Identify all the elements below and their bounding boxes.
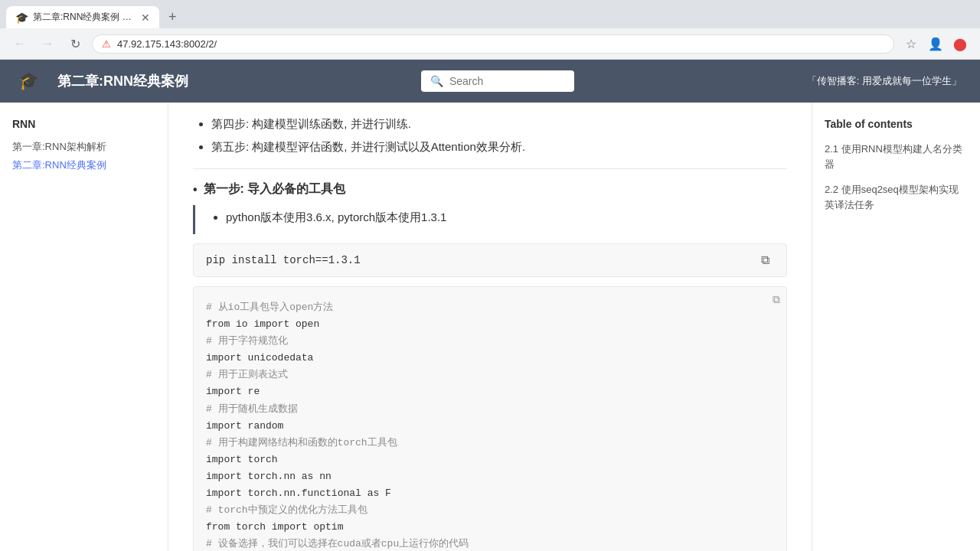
code-comment: # 用于正则表达式 xyxy=(206,369,288,380)
code-comment: # 用于构建网络结构和函数的torch工具包 xyxy=(206,437,397,448)
code-multi-block: ⧉ # 从io工具包导入open方法 from io import open #… xyxy=(193,286,787,551)
toc-item-1[interactable]: 2.1 使用RNN模型构建人名分类器 xyxy=(825,139,968,174)
search-input[interactable] xyxy=(449,75,541,87)
code-line: import torch.nn as nn xyxy=(206,468,774,485)
code-line: # 设备选择，我们可以选择在cuda或者cpu上运行你的代码 xyxy=(206,536,774,551)
copy-button[interactable]: ⧉ xyxy=(756,252,774,269)
back-button[interactable]: ← xyxy=(9,33,31,54)
code-text: import torch.nn as nn xyxy=(206,471,332,482)
page-layout: RNN 第一章:RNN架构解析 第二章:RNN经典案例 第四步: 构建模型训练函… xyxy=(0,103,980,551)
code-line: import random xyxy=(206,418,774,435)
section-divider xyxy=(193,168,787,169)
step1-sub-list: python版本使用3.6.x, pytorch版本使用1.3.1 xyxy=(207,208,787,227)
code-line: # 用于正则表达式 xyxy=(206,367,774,383)
tab-favicon: 🎓 xyxy=(15,11,28,24)
tab-bar: 🎓 第二章:RNN经典案例 - RNN ✕ + xyxy=(0,0,980,28)
code-single-text: pip install torch==1.3.1 xyxy=(206,254,361,266)
url-bar[interactable]: ⚠ 47.92.175.143:8002/2/ xyxy=(92,34,894,54)
code-line: import unicodedata xyxy=(206,350,774,367)
code-line: from torch import optim xyxy=(206,519,774,536)
toc-item-2[interactable]: 2.2 使用seq2seq模型架构实现英译法任务 xyxy=(825,180,968,214)
bookmark-button[interactable]: ☆ xyxy=(900,33,922,54)
code-comment: # torch中预定义的优化方法工具包 xyxy=(206,504,368,516)
code-text: import unicodedata xyxy=(206,352,313,364)
active-tab[interactable]: 🎓 第二章:RNN经典案例 - RNN ✕ xyxy=(6,6,159,28)
sidebar-section-title: RNN xyxy=(12,118,155,130)
search-box[interactable]: 🔍 xyxy=(421,70,574,92)
nav-logo-icon: 🎓 xyxy=(18,71,39,91)
forward-button[interactable]: → xyxy=(37,33,58,54)
code-text: import torch.nn.functional as F xyxy=(206,487,391,499)
browser-chrome: 🎓 第二章:RNN经典案例 - RNN ✕ + ← → ↻ ⚠ 47.92.17… xyxy=(0,0,980,60)
code-text: from torch import optim xyxy=(206,521,343,533)
refresh-button[interactable]: ↻ xyxy=(64,33,86,54)
browser-actions: ☆ 👤 ⬤ xyxy=(900,33,971,54)
list-item: 第四步: 构建模型训练函数, 并进行训练. xyxy=(211,115,787,133)
code-text: from io import open xyxy=(206,318,319,330)
code-line: from io import open xyxy=(206,316,774,333)
code-comment: # 用于随机生成数据 xyxy=(206,403,298,415)
url-text: 47.92.175.143:8002/2/ xyxy=(117,38,217,50)
list-item: python版本使用3.6.x, pytorch版本使用1.3.1 xyxy=(226,208,787,227)
tab-title: 第二章:RNN经典案例 - RNN xyxy=(33,11,133,24)
code-text: import torch xyxy=(206,454,278,465)
list-item: 第五步: 构建模型评估函数, 并进行测试以及Attention效果分析. xyxy=(211,138,787,156)
sidebar-item-chapter1[interactable]: 第一章:RNN架构解析 xyxy=(12,138,155,156)
code-line: # 用于构建网络结构和函数的torch工具包 xyxy=(206,435,774,452)
code-text: import random xyxy=(206,420,283,432)
nav-right-text: 「传智播客: 用爱成就每一位学生」 xyxy=(807,74,962,88)
code-line: import torch xyxy=(206,452,774,468)
nav-search-area: 🔍 xyxy=(207,70,789,92)
right-sidebar: Table of contents 2.1 使用RNN模型构建人名分类器 2.2… xyxy=(812,103,980,551)
top-bullet-list: 第四步: 构建模型训练函数, 并进行训练. 第五步: 构建模型评估函数, 并进行… xyxy=(193,115,787,156)
code-line: # torch中预定义的优化方法工具包 xyxy=(206,502,774,519)
extension-button[interactable]: ⬤ xyxy=(949,33,971,54)
main-content: 第四步: 构建模型训练函数, 并进行训练. 第五步: 构建模型评估函数, 并进行… xyxy=(168,103,812,551)
top-navbar: 🎓 第二章:RNN经典案例 🔍 「传智播客: 用爱成就每一位学生」 xyxy=(0,60,980,103)
left-sidebar: RNN 第一章:RNN架构解析 第二章:RNN经典案例 xyxy=(0,103,168,551)
address-bar: ← → ↻ ⚠ 47.92.175.143:8002/2/ ☆ 👤 ⬤ xyxy=(0,28,980,59)
profile-button[interactable]: 👤 xyxy=(925,33,946,54)
step1-header: 第一步: 导入必备的工具包 xyxy=(193,181,787,197)
code-comment: # 从io工具包导入open方法 xyxy=(206,302,333,313)
insecure-icon: ⚠ xyxy=(102,38,111,50)
quote-block: python版本使用3.6.x, pytorch版本使用1.3.1 xyxy=(193,205,787,234)
sidebar-item-chapter2[interactable]: 第二章:RNN经典案例 xyxy=(12,156,155,174)
code-line: # 用于字符规范化 xyxy=(206,333,774,350)
code-line: # 从io工具包导入open方法 xyxy=(206,299,774,316)
tab-close-button[interactable]: ✕ xyxy=(141,11,150,24)
search-icon: 🔍 xyxy=(430,75,443,87)
code-comment: # 用于字符规范化 xyxy=(206,335,288,347)
code-line: import re xyxy=(206,383,774,400)
new-tab-button[interactable]: + xyxy=(162,6,183,28)
copy-multi-button[interactable]: ⧉ xyxy=(773,293,780,306)
code-line: # 用于随机生成数据 xyxy=(206,401,774,418)
code-line: import torch.nn.functional as F xyxy=(206,485,774,502)
code-comment: # 设备选择，我们可以选择在cuda或者cpu上运行你的代码 xyxy=(206,538,469,549)
toc-title: Table of contents xyxy=(825,118,968,130)
nav-title: 第二章:RNN经典案例 xyxy=(57,72,188,90)
code-single-block: pip install torch==1.3.1 ⧉ xyxy=(193,243,787,277)
code-text: import re xyxy=(206,386,260,397)
